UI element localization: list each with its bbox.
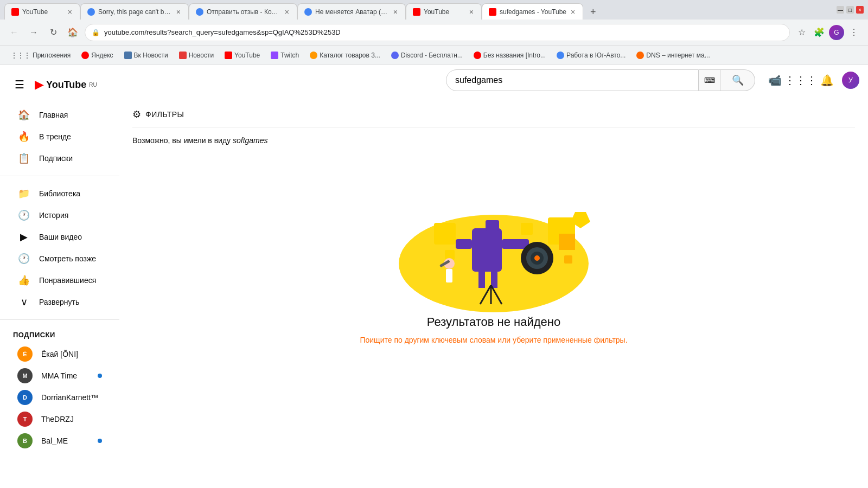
extension-button[interactable]: 🧩 (812, 25, 827, 40)
search-button[interactable]: 🔍 (720, 69, 755, 91)
sidebar-item-history[interactable]: 🕐 История (4, 204, 115, 226)
dns-favicon (636, 52, 644, 59)
subscription-item-dorrian[interactable]: D DorrianKarnett™ (4, 387, 115, 408)
address-text: youtube.com/results?search_query=sufedga… (104, 28, 783, 36)
bookmark-vk[interactable]: Вк Новости (120, 49, 173, 61)
tab-favicon-1 (11, 8, 19, 16)
bell-button[interactable]: 🔔 (816, 69, 838, 91)
tab-close-1[interactable]: × (67, 7, 73, 17)
bookmark-youtube[interactable]: YouTube (220, 49, 264, 61)
bookmark-novosti-label: Новости (189, 52, 214, 59)
bookmark-catalog[interactable]: Каталог товаров 3... (305, 49, 385, 61)
bookmark-twitch[interactable]: Twitch (266, 49, 303, 61)
tab-label-5: YouTube (424, 8, 465, 16)
youtube-logo-ru: RU (89, 82, 97, 88)
work-favicon (557, 52, 564, 59)
sidebar-liked-label: Понравившиеся (39, 276, 96, 285)
camera-button[interactable]: 📹 (764, 69, 786, 91)
tab-1[interactable]: YouTube × (4, 3, 80, 20)
header-actions: 📹 ⋮⋮⋮ 🔔 У (764, 69, 859, 91)
close-window-button[interactable]: × (856, 6, 864, 14)
refresh-button[interactable]: ↻ (46, 25, 61, 40)
tab-3[interactable]: Отправить отзыв - Компьютер... × (189, 3, 297, 20)
subscription-item-ekay[interactable]: Ё Ёкай [ÕNI] (4, 343, 115, 365)
subscription-item-mma[interactable]: M MMA Time (4, 365, 115, 387)
search-results: ⚙ ФИЛЬТРЫ Возможно, вы имели в виду soft… (119, 95, 868, 373)
tab-close-5[interactable]: × (468, 7, 475, 17)
user-avatar[interactable]: У (842, 72, 859, 89)
tab-5[interactable]: YouTube × (406, 3, 482, 20)
bookmark-novosti[interactable]: Новости (175, 49, 218, 61)
suggestion-word[interactable]: softgames (233, 136, 268, 145)
no-results-container: Результатов не найдено Поищите по другим… (132, 158, 855, 366)
watch-later-icon: 🕐 (17, 252, 30, 265)
bookmark-yandex-label: Яндекс (91, 52, 113, 59)
sidebar-item-trending[interactable]: 🔥 В тренде (4, 126, 115, 147)
bookmark-discord[interactable]: Discord - Бесплатн... (387, 49, 467, 61)
subscription-item-drzj[interactable]: T TheDRZJ (4, 408, 115, 430)
bookmark-video[interactable]: Без названия [Intro... (469, 49, 550, 61)
sub-name-drzj: TheDRZJ (41, 415, 89, 423)
bookmark-yandex[interactable]: Яндекс (77, 49, 117, 61)
sidebar-menu-button[interactable]: ☰ (9, 74, 30, 95)
settings-button[interactable]: ⋮ (846, 25, 861, 40)
bookmark-youtube-label: YouTube (234, 52, 260, 59)
bookmark-work-label: Работа в Юг-Авто... (566, 52, 626, 59)
svg-rect-1 (434, 223, 456, 245)
sub-dot-mma (98, 374, 102, 378)
sidebar-item-subscriptions[interactable]: 📋 Подписки (4, 147, 115, 169)
history-icon: 🕐 (17, 209, 30, 222)
youtube-logo-icon: ▶ (35, 78, 44, 92)
suggestion-prefix: Возможно, вы имели в виду (132, 136, 233, 145)
youtube-logo[interactable]: ▶ YouTube RU (35, 78, 97, 92)
tab-6[interactable]: sufedgames - YouTube × (482, 3, 583, 20)
your-videos-icon: ▶ (17, 230, 30, 243)
back-button[interactable]: ← (7, 25, 22, 40)
grid-button[interactable]: ⋮⋮⋮ (790, 69, 812, 91)
yt-header: ⌨ 🔍 📹 ⋮⋮⋮ 🔔 У (119, 65, 868, 95)
minimize-button[interactable]: — (837, 6, 844, 14)
tab-favicon-5 (413, 8, 420, 16)
sub-avatar-drzj: T (17, 412, 33, 427)
bookmark-work[interactable]: Работа в Юг-Авто... (552, 49, 630, 61)
bookmarks-bar: ⋮⋮⋮ Приложения Яндекс Вк Новости Новости… (0, 46, 868, 65)
liked-icon: 👍 (17, 274, 30, 287)
sidebar-separator-1 (0, 176, 119, 176)
keyboard-button[interactable]: ⌨ (699, 69, 720, 91)
sidebar-history-label: История (39, 211, 68, 220)
tab-close-6[interactable]: × (570, 7, 576, 17)
search-input[interactable] (446, 69, 699, 91)
new-tab-button[interactable]: + (585, 4, 601, 20)
tab-close-3[interactable]: × (284, 7, 290, 17)
yandex-favicon (81, 52, 89, 59)
filters-icon: ⚙ (132, 108, 141, 120)
tab-favicon-3 (196, 8, 203, 16)
svg-point-11 (534, 255, 540, 261)
sidebar-trending-label: В тренде (39, 132, 71, 141)
bookmark-dns[interactable]: DNS – интернет ма... (632, 49, 714, 61)
trending-icon: 🔥 (17, 130, 30, 143)
svg-rect-18 (521, 223, 533, 235)
bookmark-star-button[interactable]: ☆ (794, 25, 809, 40)
home-nav-button[interactable]: 🏠 (65, 25, 80, 40)
sidebar-item-watch-later[interactable]: 🕐 Смотреть позже (4, 248, 115, 269)
sidebar-item-liked[interactable]: 👍 Понравившиеся (4, 269, 115, 291)
bookmark-applications[interactable]: ⋮⋮⋮ Приложения (7, 49, 75, 61)
address-bar[interactable]: 🔒 youtube.com/results?search_query=sufed… (85, 24, 790, 41)
tab-2[interactable]: Sorry, this page can't be found... × (80, 3, 189, 20)
forward-button[interactable]: → (26, 25, 41, 40)
profile-avatar[interactable]: G (829, 25, 844, 40)
sidebar-item-library[interactable]: 📁 Библиотека (4, 183, 115, 204)
tab-close-2[interactable]: × (175, 7, 182, 17)
sidebar-item-expand[interactable]: ∨ Развернуть (4, 291, 115, 313)
sidebar-item-your-videos[interactable]: ▶ Ваши видео (4, 226, 115, 248)
twitch-favicon (271, 52, 278, 59)
sidebar-item-home[interactable]: 🏠 Главная (4, 104, 115, 126)
bookmark-twitch-label: Twitch (280, 52, 299, 59)
maximize-button[interactable]: □ (846, 6, 854, 14)
search-container: ⌨ 🔍 (446, 69, 755, 91)
subscription-item-balme[interactable]: B Bal_ME (4, 430, 115, 452)
tab-close-4[interactable]: × (392, 7, 399, 17)
filters-label: ФИЛЬТРЫ (145, 110, 184, 119)
tab-4[interactable]: Не меняется Аватар (иконка... × (297, 3, 406, 20)
